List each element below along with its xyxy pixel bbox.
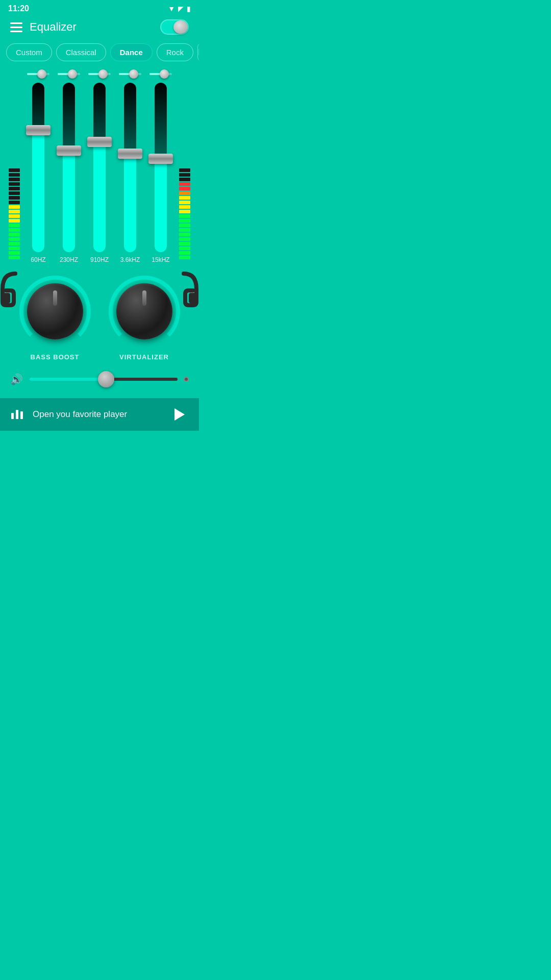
vu-seg — [9, 251, 20, 255]
band-60hz-slider[interactable] — [26, 83, 51, 252]
vu-seg — [9, 191, 20, 195]
band-60hz-top-slider[interactable] — [27, 69, 49, 79]
vu-seg — [179, 228, 190, 232]
volume-knob[interactable] — [98, 371, 114, 387]
virtualizer-knob[interactable] — [116, 283, 172, 339]
vu-seg — [179, 191, 190, 195]
preset-more-button[interactable]: ⊞ — [197, 43, 199, 61]
bass-boost-knob[interactable] — [27, 283, 83, 339]
vu-seg — [179, 242, 190, 246]
vu-seg — [9, 168, 20, 172]
volume-fill — [29, 378, 106, 381]
vu-seg — [9, 219, 20, 223]
virtualizer-indicator — [142, 290, 146, 306]
preset-tab-rock[interactable]: Rock — [157, 43, 193, 61]
preset-tab-dance[interactable]: Dance — [110, 43, 153, 61]
band-60hz: 60HZ — [24, 69, 52, 263]
band-230hz-label: 230HZ — [60, 256, 78, 263]
svg-rect-2 — [11, 413, 14, 419]
status-time: 11:20 — [8, 4, 29, 13]
bass-boost-label: BASS BOOST — [31, 353, 80, 361]
vu-seg — [179, 219, 190, 223]
vu-seg — [9, 178, 20, 181]
volume-end-indicator — [184, 377, 189, 382]
bottom-player-text: Open you favorite player — [33, 409, 162, 420]
vu-seg — [9, 228, 20, 232]
headphone-right-icon — [168, 268, 199, 309]
band-15khz-top-slider[interactable] — [149, 69, 171, 79]
vu-seg — [179, 178, 190, 181]
band-60hz-label: 60HZ — [31, 256, 45, 263]
volume-section: 🔊 — [0, 369, 199, 394]
vu-seg — [9, 214, 20, 218]
vu-seg — [9, 201, 20, 204]
vu-seg — [9, 256, 20, 259]
band-36khz-slider[interactable] — [118, 83, 142, 252]
vu-meter-right — [177, 86, 193, 259]
more-icon: ⊞ — [198, 46, 199, 58]
vu-seg — [179, 233, 190, 236]
band-230hz-slider[interactable] — [57, 83, 81, 252]
bottom-eq-icon — [10, 406, 24, 423]
band-15khz: 15kHZ — [147, 69, 174, 263]
bottom-bar: Open you favorite player — [0, 398, 199, 431]
band-36khz-top-slider[interactable] — [119, 69, 141, 79]
play-icon — [174, 408, 185, 421]
vu-seg — [9, 237, 20, 241]
vu-seg — [179, 173, 190, 177]
band-15khz-slider[interactable] — [148, 83, 173, 252]
status-icons: ▼ ◤ ▮ — [168, 5, 191, 13]
vu-seg — [179, 201, 190, 204]
toggle-knob — [173, 20, 188, 34]
vu-seg — [179, 187, 190, 190]
vu-seg — [179, 237, 190, 241]
svg-rect-3 — [16, 410, 18, 419]
vu-seg — [179, 210, 190, 213]
vu-seg — [9, 224, 20, 227]
vu-seg — [179, 196, 190, 200]
bass-boost-container: BASS BOOST — [19, 276, 91, 361]
band-230hz: 230HZ — [55, 69, 83, 263]
vu-seg — [9, 173, 20, 177]
vu-seg — [9, 205, 20, 209]
band-230hz-top-slider[interactable] — [58, 69, 80, 79]
volume-slider[interactable] — [29, 378, 178, 381]
vu-seg — [9, 210, 20, 213]
vu-seg — [179, 214, 190, 218]
band-36khz-label: 3.6kHZ — [120, 256, 140, 263]
play-button[interactable] — [170, 405, 189, 424]
battery-icon: ▮ — [187, 5, 191, 13]
bands-container: 60HZ 230HZ — [24, 69, 174, 263]
vu-seg — [9, 233, 20, 236]
bass-boost-ring — [19, 276, 91, 347]
svg-rect-4 — [20, 411, 23, 419]
vu-seg — [9, 247, 20, 250]
preset-tabs: Custom Classical Dance Rock ⊞ — [0, 43, 199, 61]
eq-section: 60HZ 230HZ — [0, 69, 199, 263]
vu-seg — [179, 205, 190, 209]
vu-seg — [179, 224, 190, 227]
band-910hz-label: 910HZ — [90, 256, 109, 263]
status-bar: 11:20 ▼ ◤ ▮ — [0, 0, 199, 15]
svg-rect-0 — [3, 293, 10, 303]
vu-seg — [179, 251, 190, 255]
band-910hz-slider[interactable] — [87, 83, 112, 252]
menu-button[interactable] — [10, 22, 22, 32]
wifi-icon: ▼ — [168, 5, 175, 13]
preset-tab-classical[interactable]: Classical — [56, 43, 106, 61]
vu-seg — [179, 182, 190, 186]
svg-rect-1 — [189, 293, 196, 303]
virtualizer-label: VIRTUALIZER — [119, 353, 169, 361]
vu-seg — [9, 196, 20, 200]
vu-seg — [179, 168, 190, 172]
vu-seg — [179, 256, 190, 259]
equalizer-toggle[interactable] — [160, 19, 189, 35]
volume-icon: 🔊 — [10, 373, 23, 385]
header-left: Equalizer — [10, 20, 77, 34]
vu-seg — [179, 247, 190, 250]
vu-seg — [9, 242, 20, 246]
band-15khz-label: 15kHZ — [152, 256, 169, 263]
band-910hz-top-slider[interactable] — [88, 69, 110, 79]
preset-tab-custom[interactable]: Custom — [6, 43, 52, 61]
band-910hz: 910HZ — [86, 69, 113, 263]
